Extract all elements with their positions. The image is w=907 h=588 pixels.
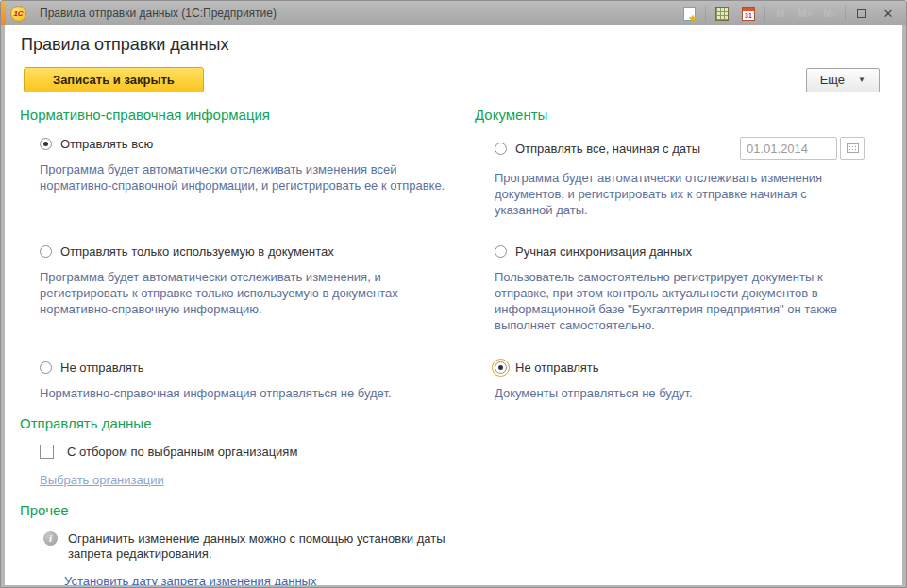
separator bbox=[764, 6, 765, 21]
separator bbox=[845, 6, 846, 21]
select-organizations-link[interactable]: Выбрать организации bbox=[40, 473, 164, 487]
radio-row-no-send[interactable]: Не отправлять bbox=[20, 361, 456, 375]
option-hint: Нормативно-справочная информация отправл… bbox=[40, 385, 456, 401]
page-title: Правила отправки данных bbox=[5, 25, 902, 55]
option-hint: Программа будет автоматически отслеживат… bbox=[40, 269, 456, 317]
nsi-option-send-used: Отправлять только используемую в докумен… bbox=[20, 244, 456, 346]
title-bar: 1С Правила отправки данных (1С:Предприят… bbox=[1, 1, 906, 25]
radio-label[interactable]: Ручная синхронизация данных bbox=[515, 244, 692, 259]
radio-send-from-date[interactable] bbox=[495, 143, 507, 155]
radio-send-used[interactable] bbox=[40, 245, 52, 258]
other-section-title: Прочее bbox=[20, 502, 456, 518]
set-restriction-date-link[interactable]: Установить дату запрета изменения данных bbox=[64, 574, 316, 588]
radio-label[interactable]: Отправлять все, начиная с даты bbox=[515, 142, 700, 156]
date-picker-button[interactable] bbox=[840, 137, 865, 160]
settings-columns: Нормативно-справочная информация Отправл… bbox=[5, 92, 902, 588]
nsi-option-send-all: Отправлять всю Программа будет автоматич… bbox=[20, 137, 456, 230]
maximize-icon bbox=[857, 9, 866, 18]
radio-row-doc-no-send[interactable]: Не отправлять bbox=[475, 361, 865, 375]
radio-row-manual-sync[interactable]: Ручная синхронизация данных bbox=[475, 244, 865, 259]
radio-row-send-used[interactable]: Отправлять только используемую в докумен… bbox=[20, 244, 456, 259]
calendar-icon: 31 bbox=[742, 7, 755, 21]
radio-label[interactable]: Отправлять всю bbox=[60, 137, 153, 151]
close-button[interactable]: ✕ bbox=[878, 4, 899, 23]
chevron-down-icon: ▼ bbox=[858, 76, 865, 84]
documents-section-title: Документы bbox=[475, 107, 865, 123]
app-window: 1С Правила отправки данных (1С:Предприят… bbox=[0, 0, 907, 588]
calculator-icon bbox=[715, 7, 729, 21]
option-hint: Программа будет автоматически отслеживат… bbox=[40, 161, 456, 193]
accent-strip bbox=[1, 1, 6, 25]
option-hint: Пользователь самостоятельно регистрирует… bbox=[495, 269, 865, 333]
nsi-section-title: Нормативно-справочная информация bbox=[20, 107, 456, 123]
send-data-section-title: Отправлять данные bbox=[20, 415, 456, 431]
favorites-button[interactable]: ★ bbox=[679, 4, 699, 23]
doc-option-send-from-date: Отправлять все, начиная с даты Программа… bbox=[475, 137, 865, 230]
radio-doc-no-send[interactable] bbox=[495, 361, 507, 374]
nsi-column: Нормативно-справочная информация Отправл… bbox=[20, 92, 456, 588]
more-button[interactable]: Еще ▼ bbox=[806, 68, 880, 92]
command-bar: Записать и закрыть Еще ▼ bbox=[5, 67, 902, 92]
maximize-button[interactable] bbox=[851, 4, 872, 23]
save-and-close-button[interactable]: Записать и закрыть bbox=[24, 67, 204, 92]
radio-label[interactable]: Не отправлять bbox=[515, 361, 599, 375]
calendar-button[interactable]: 31 bbox=[738, 4, 759, 23]
radio-no-send[interactable] bbox=[40, 361, 52, 374]
radio-row-send-all[interactable]: Отправлять всю bbox=[20, 137, 456, 151]
1c-logo-icon: 1С bbox=[10, 6, 26, 22]
memory-recall-button: M bbox=[771, 8, 790, 19]
radio-row-send-from-date[interactable]: Отправлять все, начиная с даты bbox=[475, 137, 865, 160]
form-content: Правила отправки данных Записать и закры… bbox=[1, 25, 906, 588]
start-date-group bbox=[740, 137, 865, 160]
calendar-grid-icon bbox=[847, 143, 859, 153]
radio-label[interactable]: Не отправлять bbox=[60, 361, 144, 375]
org-filter-row[interactable]: С отбором по выбранным организациям bbox=[20, 445, 456, 459]
option-hint: Документы отправляться не будут. bbox=[495, 385, 865, 401]
memory-plus-button: M+ bbox=[796, 8, 815, 19]
restrict-edit-info: i Ограничить изменение данных можно с по… bbox=[20, 531, 456, 562]
start-date-input[interactable] bbox=[740, 137, 837, 160]
org-filter-checkbox[interactable] bbox=[40, 445, 54, 459]
memory-minus-button: M- bbox=[820, 8, 839, 19]
info-text: Ограничить изменение данных можно с помо… bbox=[68, 531, 456, 562]
doc-option-no-send: Не отправлять Документы отправляться не … bbox=[475, 361, 865, 401]
documents-column: Документы Отправлять все, начиная с даты… bbox=[475, 92, 887, 588]
radio-manual-sync[interactable] bbox=[495, 245, 507, 258]
option-hint: Программа будет автоматически отслеживат… bbox=[495, 170, 865, 218]
window-title: Правила отправки данных (1С:Предприятие) bbox=[40, 7, 277, 20]
info-icon: i bbox=[43, 531, 58, 546]
doc-option-manual-sync: Ручная синхронизация данных Пользователь… bbox=[475, 244, 865, 346]
radio-send-all[interactable] bbox=[40, 138, 52, 150]
favorites-icon: ★ bbox=[683, 7, 696, 21]
calculator-button[interactable] bbox=[712, 4, 732, 23]
checkbox-label[interactable]: С отбором по выбранным организациям bbox=[67, 445, 297, 459]
nsi-option-no-send: Не отправлять Нормативно-справочная инфо… bbox=[20, 361, 456, 401]
titlebar-controls: ★ 31 M M+ M- ✕ bbox=[679, 4, 906, 23]
radio-label[interactable]: Отправлять только используемую в докумен… bbox=[60, 244, 334, 259]
separator bbox=[705, 6, 706, 21]
